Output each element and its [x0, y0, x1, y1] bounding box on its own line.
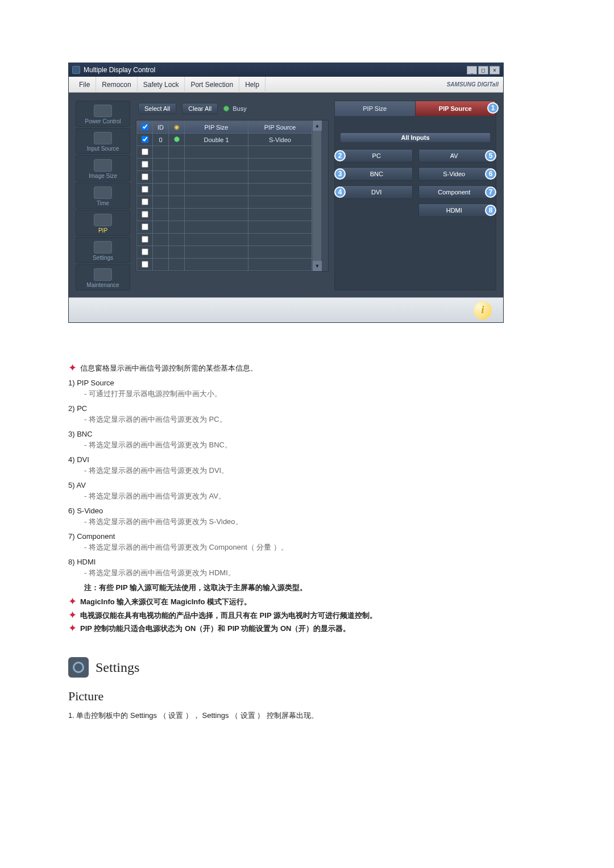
- tab-pip-source[interactable]: PIP Source 1: [416, 101, 496, 116]
- col-check[interactable]: [137, 121, 153, 134]
- table-scrollbar[interactable]: ▲ ▼: [312, 121, 321, 271]
- doc-star1: MagicInfo 输入来源仅可在 MagicInfo 模式下运行。: [80, 596, 251, 608]
- btn-svideo[interactable]: S-Video 6: [418, 167, 491, 181]
- info-icon[interactable]: i: [474, 301, 492, 319]
- maximize-button[interactable]: □: [478, 66, 488, 74]
- table-row[interactable]: [137, 259, 312, 271]
- busy-dot-icon: [223, 106, 229, 111]
- item-3: 3) BNC: [68, 429, 546, 440]
- btn-hdmi[interactable]: HDMI 8: [418, 203, 491, 217]
- row-check[interactable]: [142, 223, 148, 230]
- item-8-desc: - 将选定显示器的画中画信号源更改为 HDMI。: [84, 567, 546, 579]
- table-row[interactable]: [137, 209, 312, 221]
- row-check[interactable]: [142, 198, 148, 205]
- row-check[interactable]: [142, 173, 148, 180]
- sidebar-item-label: Time: [97, 200, 109, 206]
- badge-8: 8: [485, 205, 496, 216]
- row-check[interactable]: [142, 148, 148, 155]
- btn-av[interactable]: AV 5: [418, 149, 491, 163]
- item-2-desc: - 将选定显示器的画中画信号源更改为 PC。: [84, 414, 546, 425]
- app-window: Multiple Display Control _ □ × File Remo…: [68, 63, 504, 323]
- row-check[interactable]: [142, 161, 148, 168]
- tab-pip-size[interactable]: PIP Size: [335, 101, 416, 116]
- scroll-up-icon[interactable]: ▲: [313, 121, 322, 131]
- item-4-desc: - 将选定显示器的画中画信号源更改为 DVI。: [84, 465, 546, 476]
- star-icon: ✦: [68, 363, 77, 373]
- row-check[interactable]: [142, 136, 148, 143]
- sidebar-item-maintenance[interactable]: Maintenance: [76, 264, 130, 290]
- star-icon: ✦: [68, 623, 77, 633]
- image-size-icon: [94, 159, 112, 172]
- sidebar-item-input-source[interactable]: Input Source: [76, 128, 130, 154]
- time-icon: [94, 186, 112, 199]
- sidebar-item-power-control[interactable]: Power Control: [76, 101, 130, 127]
- settings-section-icon: [68, 657, 89, 678]
- item-6: 6) S-Video: [68, 505, 546, 517]
- table-row[interactable]: 0 Double 1 S-Video: [137, 134, 312, 146]
- row-check[interactable]: [142, 248, 148, 255]
- btn-pc[interactable]: 2 PC: [341, 149, 413, 163]
- sidebar-item-time[interactable]: Time: [76, 182, 130, 209]
- item-7-desc: - 将选定显示器的画中画信号源更改为 Component（ 分量 ）。: [84, 542, 546, 553]
- menu-file[interactable]: File: [73, 77, 96, 93]
- btn-label: HDMI: [446, 207, 462, 214]
- sidebar-item-pip[interactable]: PIP: [76, 210, 130, 236]
- minimize-button[interactable]: _: [467, 66, 477, 74]
- btn-label: PC: [372, 152, 381, 159]
- col-pip-size: PIP Size: [185, 121, 248, 134]
- sidebar-item-label: PIP: [98, 227, 107, 234]
- body-area: Power Control Input Source Image Size Ti…: [69, 93, 503, 297]
- pip-icon: [94, 214, 112, 226]
- item-1: 1) PIP Source: [68, 377, 546, 389]
- menu-port-selection[interactable]: Port Selection: [185, 77, 239, 93]
- item-1-desc: - 可通过打开显示器电源控制画中画大小。: [84, 388, 546, 400]
- table-row[interactable]: [137, 171, 312, 184]
- row-check[interactable]: [142, 186, 148, 193]
- table-row[interactable]: [137, 221, 312, 234]
- col-id: ID: [153, 121, 169, 134]
- badge-5: 5: [485, 150, 496, 161]
- sidebar-item-settings[interactable]: Settings: [76, 237, 130, 263]
- row-check[interactable]: [142, 261, 148, 268]
- sidebar-item-label: Image Size: [89, 173, 117, 179]
- select-all-button[interactable]: Select All: [138, 103, 176, 114]
- table-row[interactable]: [137, 146, 312, 159]
- btn-bnc[interactable]: 3 BNC: [341, 167, 413, 181]
- app-icon: [72, 66, 80, 74]
- doc-star2: 电视源仅能在具有电视功能的产品中选择，而且只有在 PIP 源为电视时方可进行频道…: [80, 610, 377, 621]
- close-button[interactable]: ×: [489, 66, 500, 74]
- btn-label: DVI: [371, 189, 381, 196]
- display-table-wrap: ID ◉ PIP Size PIP Source 0 Double 1 S-: [136, 120, 329, 272]
- item-5: 5) AV: [68, 480, 546, 491]
- menu-help[interactable]: Help: [239, 77, 265, 93]
- badge-4: 4: [334, 186, 346, 198]
- power-icon: [94, 105, 112, 117]
- table-row[interactable]: [137, 246, 312, 259]
- scroll-down-icon[interactable]: ▼: [313, 261, 322, 271]
- menu-remocon[interactable]: Remocon: [96, 77, 137, 93]
- badge-2: 2: [334, 150, 346, 161]
- item-8: 8) HDMI: [68, 556, 546, 568]
- table-row[interactable]: [137, 196, 312, 209]
- maintenance-icon: [94, 268, 112, 281]
- btn-component[interactable]: Component 7: [418, 185, 491, 199]
- sidebar-item-label: Power Control: [85, 118, 121, 124]
- sidebar-item-image-size[interactable]: Image Size: [76, 155, 130, 181]
- check-all[interactable]: [142, 123, 148, 130]
- all-inputs-header: All Inputs: [341, 133, 490, 142]
- clear-all-button[interactable]: Clear All: [182, 103, 218, 114]
- btn-dvi[interactable]: 4 DVI: [341, 185, 413, 199]
- table-row[interactable]: [137, 159, 312, 171]
- doc-star3: PIP 控制功能只适合电源状态为 ON（开）和 PIP 功能设置为 ON（开）的…: [80, 623, 351, 634]
- item-7: 7) Component: [68, 531, 546, 542]
- btn-label: S-Video: [443, 171, 465, 177]
- row-check[interactable]: [142, 211, 148, 218]
- btn-label: Component: [438, 189, 470, 196]
- display-table: ID ◉ PIP Size PIP Source 0 Double 1 S-: [136, 121, 312, 271]
- badge-7: 7: [485, 186, 496, 198]
- table-row[interactable]: [137, 184, 312, 196]
- sidebar: Power Control Input Source Image Size Ti…: [76, 101, 130, 290]
- row-check[interactable]: [142, 236, 148, 243]
- menu-safety-lock[interactable]: Safety Lock: [138, 77, 185, 93]
- table-row[interactable]: [137, 234, 312, 246]
